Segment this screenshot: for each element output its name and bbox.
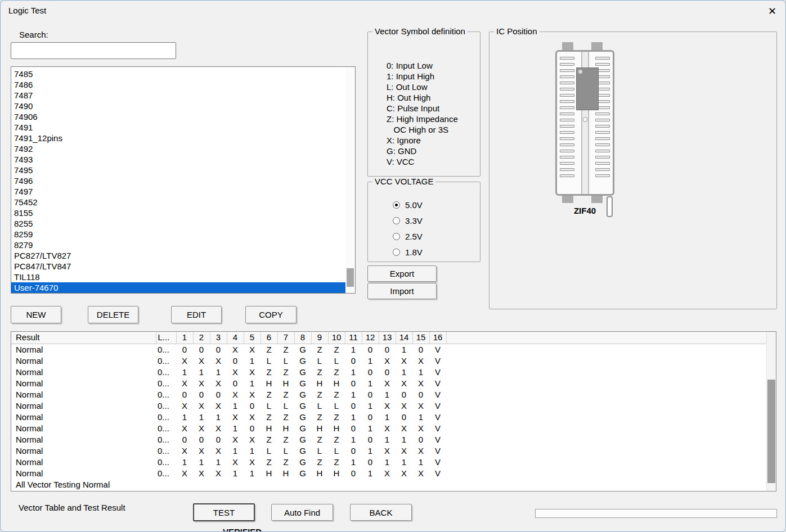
column-header[interactable]: L... — [156, 332, 176, 344]
column-header[interactable]: 10 — [328, 332, 345, 344]
column-header[interactable]: 13 — [379, 332, 396, 344]
list-item[interactable]: 7496 — [11, 175, 345, 186]
chip-pin1-dot — [578, 70, 582, 74]
window-title: Logic Test — [8, 6, 46, 15]
list-item[interactable]: 8279 — [11, 240, 345, 250]
radio-label: 3.3V — [405, 216, 423, 226]
summary-row[interactable]: All Vector Testing Normal — [11, 479, 766, 490]
list-item[interactable]: User-74670 — [11, 282, 345, 293]
column-header[interactable]: 1 — [176, 332, 193, 344]
column-header[interactable]: 9 — [311, 332, 328, 344]
column-header[interactable]: 6 — [260, 332, 277, 344]
pin-column-left — [560, 57, 574, 181]
zif-socket-illustration — [555, 50, 614, 196]
clipped-bottom-text: VERIFIED — [223, 528, 273, 532]
list-item[interactable]: 7490 — [11, 101, 345, 111]
footer-caption: Vector Table and Test Result — [19, 503, 125, 512]
result-table-region: ResultL...12345678910111213141516 Normal… — [11, 331, 776, 492]
result-row[interactable]: Normal0...000XXZZGZZ10110V — [11, 434, 766, 445]
column-header-filler — [446, 332, 766, 344]
title-bar: Logic Test ✕ — [1, 1, 785, 22]
column-header[interactable]: 4 — [227, 332, 244, 344]
list-item[interactable]: 7491 — [11, 122, 345, 133]
column-header[interactable]: 15 — [412, 332, 429, 344]
list-item[interactable]: 7493 — [11, 154, 345, 165]
result-row[interactable]: Normal0...XXX11LLGLL01XXXV — [11, 445, 766, 457]
vector-symbol-line: Z: High Impedance — [387, 114, 480, 124]
column-header[interactable]: 14 — [396, 332, 412, 344]
list-item[interactable]: 7492 — [11, 143, 345, 154]
radio-icon[interactable] — [393, 217, 400, 224]
result-row[interactable]: Normal0...XXX01LLGLL01XXXV — [11, 355, 766, 367]
table-scrollbar[interactable] — [766, 332, 776, 491]
column-header[interactable]: 8 — [294, 332, 311, 344]
list-item[interactable]: 8155 — [11, 208, 345, 218]
vcc-option-5.0V[interactable]: 5.0V — [393, 197, 480, 213]
result-row[interactable]: Normal0...111XXZZGZZ10111V — [11, 457, 766, 468]
result-row[interactable]: Normal0...XXX10HHGHH01XXXV — [11, 423, 766, 434]
list-item[interactable]: 8259 — [11, 229, 345, 240]
ic-position-group-title: IC Position — [494, 26, 540, 36]
column-header[interactable]: 2 — [193, 332, 210, 344]
list-item[interactable]: 7486 — [11, 79, 345, 90]
list-item[interactable]: 7495 — [11, 165, 345, 175]
list-item[interactable]: 7487 — [11, 90, 345, 101]
column-header[interactable]: 5 — [244, 332, 260, 344]
new-button[interactable]: NEW — [11, 306, 61, 323]
list-item[interactable]: 75452 — [11, 197, 345, 208]
list-item[interactable]: 7497 — [11, 186, 345, 197]
close-icon[interactable]: ✕ — [759, 1, 785, 22]
list-item[interactable]: PC827/LTV827 — [11, 250, 345, 261]
list-item[interactable]: TIL118 — [11, 272, 345, 282]
export-button[interactable]: Export — [367, 265, 437, 282]
result-row[interactable]: Normal0...111XXZZGZZ10101V — [11, 412, 766, 423]
column-header[interactable]: Result — [11, 332, 156, 344]
result-row[interactable]: Normal0...000XXZZGZZ10100V — [11, 389, 766, 400]
vcc-option-2.5V[interactable]: 2.5V — [393, 228, 480, 244]
radio-icon[interactable] — [393, 249, 400, 256]
ic-listbox[interactable]: 74857486748774907490674917491_12pins7492… — [11, 66, 356, 294]
vcc-voltage-group-title: VCC VOLTAGE — [372, 177, 435, 186]
edit-button[interactable]: EDIT — [171, 306, 222, 323]
auto-find-button[interactable]: Auto Find — [271, 504, 333, 521]
result-table: ResultL...12345678910111213141516 Normal… — [11, 332, 766, 490]
vcc-option-1.8V[interactable]: 1.8V — [393, 244, 480, 260]
vector-symbol-line: G: GND — [387, 146, 480, 156]
result-row[interactable]: Normal0...XXX01HHGHH01XXXV — [11, 378, 766, 389]
radio-icon[interactable] — [393, 201, 400, 209]
vector-symbol-line: H: Out High — [387, 92, 480, 103]
column-header[interactable]: 7 — [277, 332, 294, 344]
vcc-options: 5.0V3.3V2.5V1.8V — [368, 182, 480, 260]
result-table-header-row: ResultL...12345678910111213141516 — [11, 332, 766, 344]
table-scrollbar-thumb[interactable] — [767, 380, 775, 483]
column-header[interactable]: 16 — [429, 332, 446, 344]
list-item[interactable]: 7491_12pins — [11, 133, 345, 143]
result-row[interactable]: Normal0...000XXZZGZZ10010V — [11, 344, 766, 355]
search-input[interactable] — [11, 42, 176, 59]
result-row[interactable]: Normal0...XXX10LLGLL01XXXV — [11, 400, 766, 412]
list-item[interactable]: 8255 — [11, 218, 345, 229]
vector-symbol-line: 0: Input Low — [387, 60, 480, 71]
list-scrollbar[interactable] — [345, 67, 355, 293]
copy-button[interactable]: COPY — [245, 306, 297, 323]
ic-position-group: IC Position ZIF40 — [489, 31, 777, 309]
column-header[interactable]: 12 — [362, 332, 379, 344]
result-row[interactable]: Normal0...111XXZZGZZ10011V — [11, 367, 766, 378]
radio-icon[interactable] — [393, 233, 400, 240]
socket-rail-hole — [582, 117, 587, 122]
back-button[interactable]: BACK — [350, 504, 412, 521]
vcc-voltage-group: VCC VOLTAGE 5.0V3.3V2.5V1.8V — [367, 182, 480, 262]
column-header[interactable]: 3 — [210, 332, 227, 344]
test-button[interactable]: TEST — [193, 503, 255, 521]
column-header[interactable]: 11 — [345, 332, 362, 344]
vcc-option-3.3V[interactable]: 3.3V — [393, 213, 480, 228]
list-scrollbar-thumb[interactable] — [347, 268, 354, 287]
list-item[interactable]: 74906 — [11, 111, 345, 122]
delete-button[interactable]: DELETE — [88, 306, 138, 323]
vector-symbol-line: OC High or 3S — [387, 124, 480, 135]
list-item[interactable]: 7485 — [11, 69, 345, 79]
import-button[interactable]: Import — [367, 283, 437, 299]
result-row[interactable]: Normal0...XXX11HHGHH01XXXV — [11, 468, 766, 479]
list-item[interactable]: PC847/LTV847 — [11, 261, 345, 272]
vector-symbol-group-title: Vector Symbol definition — [372, 26, 468, 36]
